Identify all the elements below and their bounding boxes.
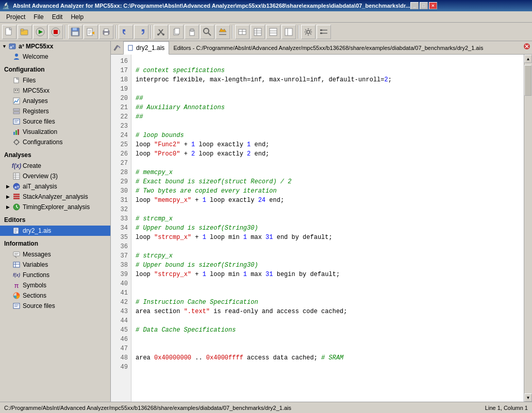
- toolbar-open[interactable]: [18, 25, 32, 39]
- sidebar-item-functions[interactable]: f(x) Functions: [0, 270, 110, 280]
- svg-rect-87: [13, 262, 20, 267]
- svg-rect-56: [13, 119, 20, 124]
- toolbar-new[interactable]: [2, 25, 16, 39]
- svg-rect-36: [270, 28, 277, 36]
- vertical-scrollbar[interactable]: ▲ ▼: [524, 55, 532, 402]
- status-path: C:/Programme/AbsInt/Advanced Analyzer/mp…: [4, 405, 291, 411]
- sidebar-item-sections[interactable]: Sections: [0, 290, 110, 301]
- sidebar-root-label: a³ MPC55xx: [19, 43, 53, 50]
- svg-marker-84: [14, 256, 16, 258]
- line-num-21: 21: [111, 103, 131, 112]
- close-button[interactable]: ×: [429, 2, 437, 9]
- menu-file[interactable]: File: [29, 12, 47, 22]
- minimize-button[interactable]: _: [410, 2, 419, 9]
- editor-tab-dry2[interactable]: dry2_1.ais: [123, 41, 169, 55]
- stack-icon: [12, 193, 21, 201]
- sidebar-item-variables[interactable]: Variables: [0, 260, 110, 270]
- toolbar-save[interactable]: [68, 25, 82, 39]
- sidebar-item-mpc55xx[interactable]: MPC55xx: [0, 85, 110, 96]
- files-icon: [12, 76, 21, 84]
- scroll-thumb[interactable]: [524, 65, 531, 96]
- line-num-38: 38: [111, 261, 131, 270]
- sidebar-item-messages[interactable]: Messages: [0, 249, 110, 260]
- sidebar-item-analyses[interactable]: Analyses: [0, 96, 110, 106]
- line-num-18: 18: [111, 75, 131, 84]
- line-num-17: 17: [111, 66, 131, 75]
- line-num-34: 34: [111, 223, 131, 233]
- sourcefiles-info-icon: [12, 302, 21, 310]
- toolbar-redo[interactable]: [134, 25, 148, 39]
- status-position: Line 1, Column 1: [485, 405, 528, 411]
- toolbar-settings[interactable]: [301, 25, 315, 39]
- sidebar-item-configurations[interactable]: Configurations: [0, 137, 110, 147]
- sidebar-editors-header: Editors: [0, 214, 110, 226]
- sidebar-item-create[interactable]: f(x) Create: [0, 161, 110, 171]
- sidebar-item-ait[interactable]: ▶ aT aiT_analysis: [0, 181, 110, 192]
- scroll-down-button[interactable]: ▼: [524, 393, 532, 402]
- line-num-22: 22: [111, 112, 131, 122]
- toolbar-extra2[interactable]: [235, 25, 250, 39]
- editor-close-button[interactable]: [522, 41, 532, 51]
- svg-rect-42: [320, 29, 322, 31]
- sidebar-item-registers[interactable]: Registers: [0, 106, 110, 116]
- toolbar-sep4: [232, 25, 233, 39]
- root-arrow: ▼: [2, 44, 7, 49]
- sidebar-root[interactable]: ▼ a³ a³ MPC55xx: [0, 41, 110, 51]
- toolbar-extra4[interactable]: [266, 25, 280, 39]
- sourcefiles-config-icon: [12, 117, 21, 126]
- toolbar-stop[interactable]: [48, 25, 63, 39]
- line-num-23: 23: [111, 122, 131, 131]
- sidebar-item-overview[interactable]: Overview (3): [0, 171, 110, 181]
- svg-point-20: [157, 33, 159, 36]
- sidebar-item-timing[interactable]: ▶ TimingExplorer_analysis: [0, 202, 110, 212]
- code-content[interactable]: # context specificationsinterproc flexib…: [131, 55, 524, 402]
- svg-rect-50: [14, 89, 19, 93]
- editor-area: dry2_1.ais Editors - C:/Programme/AbsInt…: [111, 41, 532, 402]
- main-area: ▼ a³ a³ MPC55xx Welcome Configuration Fi…: [0, 41, 532, 402]
- editor-tab-label: dry2_1.ais: [136, 44, 164, 51]
- toolbar-extra1[interactable]: [215, 25, 230, 39]
- svg-rect-39: [285, 28, 292, 36]
- toolbar: [0, 23, 532, 41]
- svg-rect-60: [15, 130, 17, 135]
- line-num-33: 33: [111, 214, 131, 223]
- sidebar-item-symbols[interactable]: π Symbols: [0, 280, 110, 290]
- sidebar-item-sourcefiles-info[interactable]: Source files: [0, 301, 110, 311]
- toolbar-config[interactable]: [317, 25, 331, 39]
- toolbar-extra3[interactable]: [251, 25, 265, 39]
- toolbar-cut[interactable]: [154, 25, 168, 39]
- root-icon: a³: [8, 42, 16, 50]
- toolbar-paste[interactable]: [185, 25, 199, 39]
- svg-rect-91: [13, 303, 20, 308]
- sidebar-item-ais-file[interactable]: dry2_1.ais: [0, 226, 110, 236]
- toolbar-copy[interactable]: [169, 25, 184, 39]
- scroll-up-button[interactable]: ▲: [524, 55, 532, 63]
- sidebar-item-files[interactable]: Files: [0, 75, 110, 85]
- menu-project[interactable]: Project: [2, 12, 29, 22]
- editor-icon: [111, 41, 123, 54]
- toolbar-print[interactable]: [99, 25, 113, 39]
- overview-icon: [12, 172, 21, 180]
- sidebar-item-sourcefiles-config[interactable]: Source files: [0, 116, 110, 127]
- toolbar-undo[interactable]: [119, 25, 133, 39]
- toolbar-sep1: [65, 25, 66, 39]
- menu-edit[interactable]: Edit: [48, 12, 67, 22]
- sidebar-welcome-label: Welcome: [23, 53, 48, 60]
- toolbar-run[interactable]: [33, 25, 47, 39]
- mpc-icon: [12, 87, 21, 95]
- maximize-button[interactable]: □: [420, 2, 428, 9]
- line-num-27: 27: [111, 159, 131, 168]
- line-num-39: 39: [111, 270, 131, 279]
- app-icon: 🔬: [2, 2, 10, 9]
- svg-point-62: [14, 140, 19, 144]
- sidebar-configuration-header: Configuration: [0, 64, 110, 75]
- scroll-track[interactable]: [524, 63, 532, 393]
- sidebar-welcome[interactable]: Welcome: [0, 51, 110, 62]
- title-controls: _ □ ×: [410, 2, 437, 9]
- sidebar-item-visualization[interactable]: Visualization: [0, 127, 110, 137]
- sidebar-item-stack[interactable]: ▶ StackAnalyzer_analysis: [0, 192, 110, 202]
- toolbar-edit[interactable]: [84, 25, 98, 39]
- menu-help[interactable]: Help: [66, 12, 88, 22]
- toolbar-extra5[interactable]: [281, 25, 296, 39]
- toolbar-search[interactable]: [200, 25, 214, 39]
